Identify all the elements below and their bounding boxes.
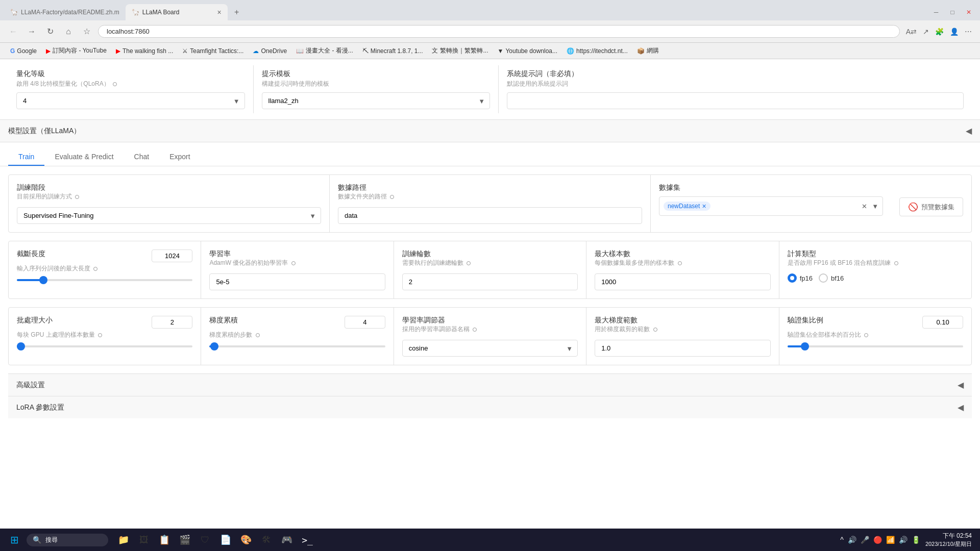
batch-size-info-icon[interactable] xyxy=(98,333,102,337)
taskbar: ⊞ 🔍 搜尋 📁 🖼 📋 🎬 🛡 📄 🎨 🛠 🎮 >_ ^ 🔊 🎤 🔴 📶 🔊 … xyxy=(0,529,980,531)
bookmark-tft[interactable]: ⚔ Teamfight Tactics:... xyxy=(178,46,248,56)
quantization-select[interactable]: none 4 8 xyxy=(16,92,245,109)
lr-scheduler-info-icon[interactable] xyxy=(473,328,477,332)
bookmark-ytdl[interactable]: ▼ Youtube downloa... xyxy=(494,46,562,56)
grad-accum-info-icon[interactable] xyxy=(256,333,260,337)
grad-accum-input[interactable] xyxy=(345,316,385,329)
tabs-container: Train Evaluate & Predict Chat Export xyxy=(0,142,980,166)
menu-icon[interactable]: ⋯ xyxy=(963,26,974,38)
maximize-button[interactable]: □ xyxy=(945,5,960,19)
prompt-template-select[interactable]: default llama2_zh alpaca xyxy=(262,92,491,109)
forward-button[interactable]: → xyxy=(24,24,39,39)
bf16-radio[interactable]: bf16 xyxy=(819,273,844,283)
bookmark-shop[interactable]: 📦 網購 xyxy=(633,45,663,57)
training-stage-select[interactable]: Supervised Fine-Tuning PPO DPO xyxy=(17,207,321,224)
preview-dataset-button[interactable]: 🚫 預覽數據集 xyxy=(899,197,963,216)
share-icon[interactable]: ↗ xyxy=(921,26,931,38)
bookmark-manga[interactable]: 📖 漫畫大全 - 看漫... xyxy=(292,45,357,57)
max-samples-input[interactable] xyxy=(595,273,770,290)
prompt-template-col: 提示模板 構建提示詞時使用的模板 default llama2_zh alpac… xyxy=(254,65,499,113)
home-button[interactable]: ⌂ xyxy=(61,24,76,39)
settings-row: 量化等級 啟用 4/8 比特模型量化（QLoRA） none 4 8 ▼ 提示模… xyxy=(8,65,972,113)
minimize-button[interactable]: ─ xyxy=(929,5,943,19)
back-button[interactable]: ← xyxy=(6,24,20,39)
bookmark-walkingfish[interactable]: ▶ The walking fish ... xyxy=(112,46,177,56)
lora-settings-title: LoRA 參數設置 xyxy=(16,403,64,412)
manga-icon: 📖 xyxy=(296,47,304,55)
app-container: 量化等級 啟用 4/8 比特模型量化（QLoRA） none 4 8 ▼ 提示模… xyxy=(0,59,980,531)
learning-rate-info-icon[interactable] xyxy=(291,261,296,265)
main-content: 訓練階段 目前採用的訓練方式 Supervised Fine-Tuning PP… xyxy=(0,166,980,427)
tab-train[interactable]: Train xyxy=(8,148,44,166)
val-ratio-slider[interactable] xyxy=(788,345,963,347)
datapath-input[interactable] xyxy=(338,207,642,224)
batch-size-header: 批處理大小 xyxy=(17,316,192,329)
bookmark-youtube[interactable]: ▶ 訂閱內容 - YouTube xyxy=(42,45,111,57)
cutoff-len-slider-thumb[interactable] xyxy=(39,276,47,284)
cutoff-len-input[interactable] xyxy=(152,249,192,262)
advanced-settings-collapse-icon: ◀ xyxy=(958,380,964,390)
training-stage-info-icon[interactable] xyxy=(75,195,79,199)
profile-icon[interactable]: 👤 xyxy=(948,26,961,38)
epochs-input[interactable] xyxy=(402,273,578,290)
max-grad-norm-info-icon[interactable] xyxy=(653,328,657,332)
preview-stop-icon: 🚫 xyxy=(908,202,918,212)
chip-remove-icon[interactable]: × xyxy=(702,203,706,210)
val-ratio-slider-thumb[interactable] xyxy=(801,342,809,350)
close-window-button[interactable]: ✕ xyxy=(962,5,976,19)
system-prompt-input[interactable] xyxy=(507,92,964,109)
dropdown-arrow-icon[interactable]: ▼ xyxy=(872,203,878,210)
val-ratio-input[interactable] xyxy=(922,316,963,329)
cutoff-len-info-icon[interactable] xyxy=(93,267,97,271)
lr-scheduler-select[interactable]: cosine linear constant xyxy=(402,340,578,357)
grad-accum-slider-thumb[interactable] xyxy=(210,342,218,350)
translate-icon[interactable]: A⇄ xyxy=(904,26,919,38)
reload-button[interactable]: ↻ xyxy=(43,24,57,39)
grad-accum-slider[interactable] xyxy=(209,345,385,347)
fp16-radio[interactable]: fp16 xyxy=(788,273,813,283)
tab2-close-icon[interactable]: × xyxy=(217,8,222,16)
cutoff-len-slider[interactable] xyxy=(17,279,192,281)
batch-size-slider-thumb[interactable] xyxy=(17,342,25,350)
quantization-sublabel: 啟用 4/8 比特模型量化（QLoRA） xyxy=(16,80,245,88)
dataset-input-area[interactable]: newDataset × ✕ ▼ xyxy=(659,196,883,216)
tab-evaluate[interactable]: Evaluate & Predict xyxy=(44,148,124,166)
advanced-settings-header[interactable]: 高級設置 ◀ xyxy=(8,374,972,396)
tab-export[interactable]: Export xyxy=(159,148,200,166)
dataset-expand-icon[interactable]: ✕ ▼ xyxy=(862,203,879,210)
address-bar[interactable]: localhost:7860 xyxy=(98,25,900,38)
compute-type-info-icon[interactable] xyxy=(894,261,898,265)
browser-tab-1[interactable]: 🦙 LLaMA-Factory/data/README.zh.m xyxy=(4,4,126,20)
bf16-label: bf16 xyxy=(831,274,844,282)
clear-icon[interactable]: ✕ xyxy=(862,203,867,210)
bookmark-onedrive[interactable]: ☁ OneDrive xyxy=(249,46,291,56)
max-samples-info-icon[interactable] xyxy=(678,261,682,265)
bookmark-minecraft-label: Minecraft 1.8.7, 1... xyxy=(371,47,423,55)
top-settings-section: 量化等級 啟用 4/8 比特模型量化（QLoRA） none 4 8 ▼ 提示模… xyxy=(0,59,980,120)
epochs-subtitle: 需要執行的訓練總輪數 xyxy=(402,259,578,267)
itechdct-icon: 🌐 xyxy=(567,47,574,55)
tab-chat[interactable]: Chat xyxy=(124,148,160,166)
bookmark-button[interactable]: ☆ xyxy=(80,24,94,39)
batch-size-input[interactable] xyxy=(152,316,192,329)
epochs-title: 訓練輪數 xyxy=(402,249,578,259)
quantization-info-icon[interactable] xyxy=(113,82,117,86)
browser-tab-2[interactable]: 🦙 LLaMA Board × xyxy=(126,4,228,20)
bookmark-google[interactable]: G Google xyxy=(6,46,41,56)
windows-start-button[interactable]: ⊞ xyxy=(4,530,24,531)
lora-settings-header[interactable]: LoRA 參數設置 ◀ xyxy=(8,396,972,418)
bookmark-minecraft[interactable]: ⛏ Minecraft 1.8.7, 1... xyxy=(358,46,427,56)
bookmark-google-label: Google xyxy=(17,47,37,55)
new-tab-button[interactable]: + xyxy=(230,5,244,19)
datapath-info-icon[interactable] xyxy=(390,195,394,199)
epochs-info-icon[interactable] xyxy=(467,261,471,265)
model-settings-collapse-icon: ◀ xyxy=(966,126,972,136)
max-grad-norm-input[interactable] xyxy=(595,340,770,357)
val-ratio-info-icon[interactable] xyxy=(864,333,868,337)
model-settings-header[interactable]: 模型設置（僅LLaMA） ◀ xyxy=(0,120,980,142)
batch-size-slider[interactable] xyxy=(17,345,192,347)
learning-rate-input[interactable] xyxy=(209,273,385,290)
bookmark-converter[interactable]: 文 繁轉換｜繁繁轉... xyxy=(428,45,492,57)
bookmark-itechdct[interactable]: 🌐 https://itechdct.nt... xyxy=(562,46,632,56)
extensions-icon[interactable]: 🧩 xyxy=(933,26,946,38)
